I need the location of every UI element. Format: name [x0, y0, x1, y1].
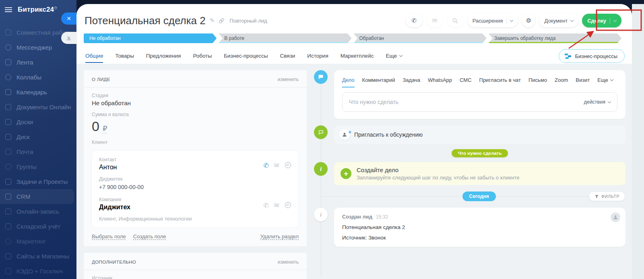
invite-to-discussion[interactable]: + Пригласить к обсуждению [334, 125, 625, 144]
sidebar-item-calendar[interactable]: Календарь [0, 85, 76, 100]
company-name[interactable]: Диджитех [99, 204, 192, 211]
tab-business-processes[interactable]: Бизнес-процессы [224, 53, 268, 59]
tab-robots[interactable]: Роботы [193, 53, 212, 59]
todo-step-badge: Что нужно сделать [452, 149, 508, 157]
chat-bubble-icon [318, 74, 324, 80]
docs-online-icon [5, 104, 11, 110]
sidebar-item-kedo[interactable]: КЭДО + Госключ [0, 264, 76, 279]
chat-icon[interactable] [285, 162, 291, 169]
collabs-icon [5, 74, 11, 80]
mail-icon[interactable]: ✉ [274, 202, 279, 209]
activity-tab-comment[interactable]: Комментарий [362, 77, 395, 83]
bitrix24-app: Битрикс24◷ Совместная работа Мессенджер … [0, 0, 644, 279]
gear-icon: ⚙ [526, 17, 531, 24]
activity-tab-deal[interactable]: Дело [342, 77, 355, 83]
delete-section-link[interactable]: Удалить раздел [260, 233, 299, 239]
sidebar-item-booking[interactable]: Онлайн-запись [0, 204, 76, 219]
select-field-link[interactable]: Выбрать поле [92, 233, 126, 239]
create-field-link[interactable]: Создать поле [133, 233, 166, 239]
activity-tab-more[interactable]: Еще [597, 77, 613, 83]
edit-section-link[interactable]: изменить [278, 77, 299, 82]
sidebar-item-docs-online[interactable]: Документы Онлайн [0, 100, 76, 115]
tab-connections[interactable]: Связи [280, 53, 295, 59]
tab-products[interactable]: Товары [115, 53, 134, 59]
additional-card: ДОПОЛНИТЕЛЬНО изменить Источник Звонок [84, 253, 307, 279]
lead-type-label: Повторный лид [229, 18, 267, 24]
stage-finish-processing[interactable]: Завершить обработку лида [489, 33, 621, 43]
phone-icon: ✆ [412, 17, 417, 24]
edit-title-icon[interactable]: ✎ [210, 17, 215, 24]
avatar[interactable] [611, 212, 620, 222]
phone-icon[interactable]: ✆ [263, 202, 268, 209]
chevron-down-icon [608, 100, 611, 103]
create-deal-button[interactable]: Сделку [582, 14, 621, 27]
sidebar-item-tasks[interactable]: Задачи и Проекты [0, 174, 76, 189]
collapse-slider-button[interactable] [61, 32, 76, 44]
tab-history[interactable]: История [307, 53, 328, 59]
mail-icon[interactable]: ✉ [274, 162, 279, 169]
field-label: Стадия [92, 93, 299, 98]
actions-dropdown[interactable]: действия [584, 99, 611, 105]
search-icon [452, 18, 458, 24]
call-button[interactable]: ✆ [406, 14, 423, 27]
activity-tab-task[interactable]: Задача [402, 77, 420, 83]
sidebar-item-crm[interactable]: CRM [0, 189, 74, 204]
boards-icon [5, 119, 11, 125]
entry-time: 15:32 [376, 214, 388, 220]
search-button[interactable] [447, 14, 464, 27]
stage-value[interactable]: Не обработан [92, 100, 299, 106]
tab-general[interactable]: Общие [85, 53, 103, 59]
stage-in-progress[interactable]: В работе [219, 33, 351, 43]
activity-tab-letter[interactable]: Письмо [528, 77, 547, 83]
business-processes-button[interactable]: Бизнес-процессы [559, 49, 625, 63]
company-description: Клиент, Информационные технологии [99, 216, 192, 222]
sidebar-item-inventory[interactable]: Складской учёт [0, 219, 76, 234]
client-card: Контакт Антон Диджитех +7 900 000-00-00 … [92, 150, 299, 227]
timeline-column: Дело Комментарий Задача WhatsApp СМС При… [314, 70, 625, 279]
tab-marketplace[interactable]: Маркетплейс [341, 53, 374, 59]
phone-icon[interactable]: ✆ [263, 162, 268, 169]
logo[interactable]: Битрикс24◷ [18, 6, 57, 14]
stage-not-processed[interactable]: Не обработан [84, 33, 217, 43]
chat-bubble-outline-icon [318, 129, 324, 135]
add-activity-button[interactable]: + [341, 168, 351, 179]
email-button[interactable]: ✉ [426, 14, 443, 27]
menu-hamburger-icon[interactable] [5, 7, 12, 12]
collaboration-icon [5, 29, 11, 35]
crm-icon [5, 194, 11, 200]
sidebar-item-boards[interactable]: Доски [0, 115, 76, 129]
feed-icon [5, 59, 11, 65]
chevron-down-icon [399, 54, 402, 57]
contact-phone[interactable]: +7 900 000-00-00 [99, 184, 144, 190]
copy-link-icon[interactable] [219, 18, 225, 24]
document-dropdown[interactable]: Документ [539, 14, 578, 27]
tab-more[interactable]: Еще [386, 53, 402, 59]
sidebar-item-sites[interactable]: Сайты и Магазины [0, 249, 76, 264]
currency-label[interactable]: ₽ [103, 124, 107, 133]
booking-icon [5, 208, 11, 214]
sidebar-item-groups[interactable]: Группы [0, 159, 76, 174]
close-slider-button[interactable]: ✕ [61, 12, 76, 25]
filter-button[interactable]: ФИЛЬТР [589, 192, 625, 201]
sidebar-item-drive[interactable]: Диск [0, 129, 76, 144]
extensions-dropdown[interactable]: Расширения [467, 14, 518, 27]
edit-section-link[interactable]: изменить [278, 259, 299, 265]
settings-button[interactable]: ⚙ [522, 14, 535, 27]
contact-name[interactable]: Антон [99, 164, 144, 171]
todo-input[interactable] [349, 99, 584, 105]
activity-tab-visit[interactable]: Визит [576, 77, 590, 83]
sidebar-item-mail[interactable]: Почта [0, 144, 76, 159]
activity-tab-sms[interactable]: СМС [460, 77, 471, 83]
create-activity-title[interactable]: Создайте дело [357, 167, 520, 173]
activity-tab-invite-chat[interactable]: Пригласить в чат [479, 77, 521, 83]
sidebar-item-collabs[interactable]: Коллабы [0, 70, 76, 85]
tab-quotes[interactable]: Предложения [146, 53, 181, 59]
activity-tab-zoom[interactable]: Zoom [555, 77, 568, 83]
activity-tab-whatsapp[interactable]: WhatsApp [428, 77, 452, 83]
sidebar-item-feed[interactable]: Лента [0, 55, 76, 70]
sidebar-item-marketing[interactable]: Маркетинг [0, 234, 76, 249]
stage-processed[interactable]: Обработан [354, 33, 487, 43]
chat-icon[interactable] [285, 202, 291, 208]
amount-value[interactable]: 0 [92, 119, 99, 134]
section-title: О ЛИДЕ [92, 77, 110, 82]
